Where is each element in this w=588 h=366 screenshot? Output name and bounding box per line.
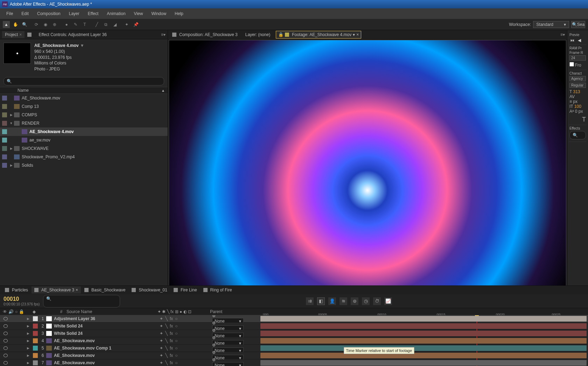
leading-value[interactable]: 100 [574,104,581,109]
pan-behind-tool-icon[interactable]: ⊕ [51,21,58,28]
preview-panel-label[interactable]: Previe [569,33,586,37]
current-timecode[interactable]: 00010 [4,296,40,302]
comp-mini-flowchart-icon[interactable]: ⇉ [306,297,314,305]
project-item[interactable]: ae_sw.mov [0,136,168,144]
font-weight-dropdown[interactable]: Regular [569,83,586,88]
visibility-icon[interactable] [4,354,8,357]
menu-help[interactable]: Help [171,10,187,18]
color-label[interactable] [2,146,7,151]
workspace-dropdown[interactable]: Standard▾ [533,21,569,28]
project-tab[interactable]: Project× [2,31,24,38]
color-label[interactable] [2,163,7,168]
twirl-icon[interactable]: ▶ [24,354,31,357]
twirl-icon[interactable]: ▶ [24,324,31,328]
timeline-tab[interactable]: Particles [2,286,31,294]
panel-menu-icon[interactable]: ≡▾ [560,32,565,37]
visibility-icon[interactable] [4,346,8,350]
menu-window[interactable]: Window [148,10,170,18]
layer-name[interactable]: Adjustment Layer 36 [54,316,158,321]
timeline-layer[interactable]: ▶ 7 AE_Shockwave.mov ✦╲fx○ ⊚ None▾ [0,359,588,366]
type-tool-icon[interactable]: T [81,21,88,28]
graph-editor-icon[interactable]: 📈 [384,297,392,305]
rotation-tool-icon[interactable]: ⟳ [33,21,40,28]
project-item[interactable]: ▶ SHOCKWAVE [0,144,168,153]
project-item[interactable]: AE_Shockwave 4.mov [0,127,168,136]
layer-color-label[interactable] [33,353,38,358]
selection-tool-icon[interactable]: ▲ [3,21,10,28]
pickwhip-icon[interactable]: ⊚ [212,335,216,340]
layer-switches[interactable]: ✦╲fx○ [158,360,210,365]
shape-tool-icon[interactable]: ● [63,21,70,28]
brainstorm-icon[interactable]: ◷ [362,297,370,305]
auto-keyframe-icon[interactable]: ⏱ [373,297,381,305]
timeline-layer[interactable]: ▶ 2 White Solid 24 ✦╲fx○ ⊚ None▾ [0,323,588,330]
timeline-tab[interactable]: AE_Shockwave 3× [31,286,81,294]
footage-viewer-tab[interactable]: 🔒 Footage: AE_Shockwave 4.mov ▾ × [276,31,361,39]
item-dropdown-icon[interactable]: ▼ [80,43,84,48]
layer-color-label[interactable] [33,324,38,329]
layer-name[interactable]: AE_Shockwave.mov [54,353,158,358]
search-help-button[interactable]: 🔍 Sea [571,21,585,28]
visibility-icon[interactable] [4,317,8,320]
pickwhip-icon[interactable]: ⊚ [212,320,216,325]
pickwhip-icon[interactable]: ⊚ [212,328,216,333]
layer-duration-bar[interactable] [260,345,587,351]
layer-name[interactable]: AE_Shockwave.mov Comp 1 [54,346,158,351]
layer-name[interactable]: AE_Shockwave.mov [54,360,158,365]
draft-3d-icon[interactable]: ◧ [317,297,325,305]
layer-color-label[interactable] [33,346,38,351]
color-label[interactable] [2,154,7,159]
color-label[interactable] [2,129,7,134]
fps-dropdown[interactable]: 24 [569,55,586,61]
pen-tool-icon[interactable]: ✎ [72,21,79,28]
eraser-tool-icon[interactable]: ◢ [111,21,118,28]
timeline-tab[interactable]: Shockwave_01 [129,286,170,294]
visibility-icon[interactable] [4,332,8,335]
effects-panel-label[interactable]: Effects [569,126,586,130]
twirl-icon[interactable]: ▶ [9,113,13,117]
timeline-layer[interactable]: ▶ 4 AE_Shockwave.mov ✦╲fx○ ⊚ None▾ [0,337,588,345]
project-item[interactable]: Comp 13 [0,102,168,111]
layer-switches[interactable]: ✦╲fx○ [158,331,210,336]
timeline-layers[interactable]: ▶ 1 Adjustment Layer 36 ✦╲fx○ ⊚ None▾ ▶ … [0,315,588,366]
puppet-tool-icon[interactable]: 📌 [132,21,139,28]
lock-icon[interactable]: 🔒 [278,32,284,37]
color-label[interactable] [2,138,7,143]
frame-blend-icon[interactable]: ≋ [340,297,347,305]
clone-tool-icon[interactable]: ⧉ [102,21,109,28]
twirl-icon[interactable]: ▶ [24,361,31,365]
pickwhip-icon[interactable]: ⊚ [212,357,216,362]
layer-switches[interactable]: ✦╲fx○ [158,316,210,321]
layer-color-label[interactable] [33,331,38,336]
project-item[interactable]: ▶ Solids [0,161,168,170]
layer-viewer-tab[interactable]: Layer: (none) [243,31,272,38]
effect-controls-tab[interactable]: Effect Controls: Adjustment Layer 36 [36,31,110,38]
twirl-icon[interactable]: ▶ [24,317,31,320]
timeline-layer[interactable]: ▶ 6 AE_Shockwave.mov ✦╲fx○ ⊚ None▾ [0,352,588,359]
menu-layer[interactable]: Layer [65,10,83,18]
comp-viewer-tab[interactable]: Composition: AE_Shockwave 3 [170,31,240,38]
layer-name[interactable]: AE_Shockwave.mov [54,338,158,343]
menu-effect[interactable]: Effect [84,10,102,18]
twirl-icon[interactable]: ▼ [9,122,13,125]
pickwhip-icon[interactable]: ⊚ [212,315,216,318]
layer-color-label[interactable] [33,316,38,321]
character-panel-label[interactable]: Charact [569,71,586,75]
layer-duration-bar[interactable] [260,360,587,366]
layer-duration-bar[interactable] [260,323,587,329]
menu-composition[interactable]: Composition [34,10,64,18]
timeline-layer[interactable]: ▶ 5 AE_Shockwave.mov Comp 1 ✦╲fx○ ⊚ None… [0,345,588,352]
column-sort-icon[interactable]: ▴ [162,88,164,93]
hand-tool-icon[interactable]: ✋ [12,21,19,28]
project-search-input[interactable] [12,79,161,84]
color-label[interactable] [2,96,7,101]
color-label[interactable] [2,104,7,109]
dropdown-icon[interactable]: ▾ [353,32,355,37]
name-column-header[interactable]: Name [18,88,29,93]
layer-switches[interactable]: ✦╲fx○ [158,346,210,351]
source-column[interactable]: Source Name [66,309,158,314]
layer-duration-bar[interactable] [260,338,587,344]
project-item[interactable]: ▶ COMPS [0,111,168,119]
layer-switches[interactable]: ✦╲fx○ [158,353,210,358]
layer-search[interactable]: 🔍 [43,295,120,308]
